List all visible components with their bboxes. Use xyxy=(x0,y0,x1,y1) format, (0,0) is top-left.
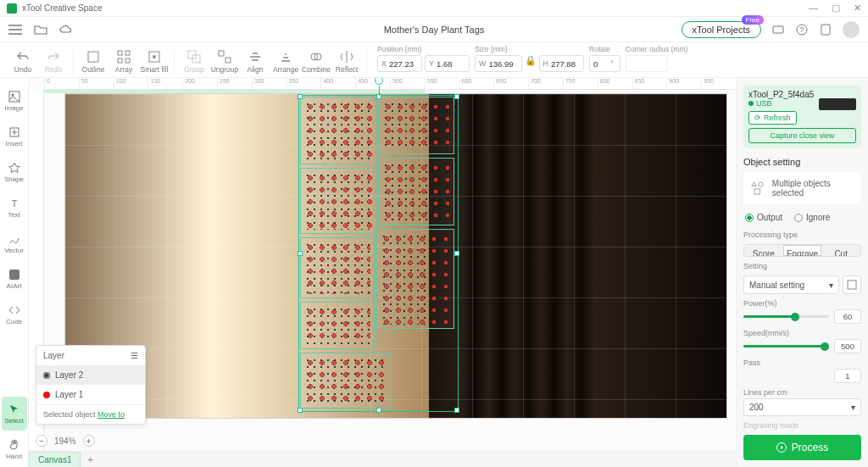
device-icon[interactable] xyxy=(771,25,785,35)
rail-text[interactable]: TText xyxy=(2,191,27,225)
svg-rect-5 xyxy=(118,51,122,55)
arrange-button[interactable]: Arrange xyxy=(271,50,300,74)
processing-type-tabs: Score Engrave Cut xyxy=(743,244,861,257)
notes-icon[interactable] xyxy=(819,25,832,35)
rail-code[interactable]: Code xyxy=(2,297,27,331)
add-canvas-button[interactable]: + xyxy=(81,452,99,467)
output-radio[interactable]: Output xyxy=(745,213,782,222)
folder-icon[interactable] xyxy=(34,25,47,35)
rail-vector[interactable]: Vector xyxy=(2,226,27,260)
lines-select[interactable]: 200▾ xyxy=(743,398,861,416)
rail-insert[interactable]: Insert xyxy=(2,120,27,153)
selection-group[interactable] xyxy=(300,97,457,410)
svg-point-18 xyxy=(11,93,14,96)
speed-param: Speed(mm/s) 500 xyxy=(743,329,861,353)
group-button[interactable]: Group xyxy=(180,50,209,74)
position-x-input[interactable]: X227.23 xyxy=(377,55,422,72)
power-value[interactable]: 60 xyxy=(834,309,861,324)
setting-preset-button[interactable] xyxy=(843,275,861,294)
svg-rect-4 xyxy=(88,52,98,62)
canvas-tab-1[interactable]: Canvas1 xyxy=(29,452,81,467)
smartfill-button[interactable]: Smart fill xyxy=(140,50,169,74)
xtool-projects-label: xTool Projects xyxy=(693,25,750,35)
svg-text:T: T xyxy=(11,198,17,208)
zoom-value: 194% xyxy=(54,436,76,446)
menu-icon[interactable] xyxy=(8,25,22,35)
minimize-button[interactable]: — xyxy=(809,3,818,14)
speed-slider[interactable] xyxy=(743,345,829,347)
svg-rect-6 xyxy=(125,51,130,55)
device-thumbnail xyxy=(819,98,856,110)
svg-point-22 xyxy=(759,182,763,186)
svg-rect-8 xyxy=(125,58,130,63)
capture-button[interactable]: Capture close view xyxy=(748,128,856,143)
rotate-input[interactable]: 0° xyxy=(589,55,620,72)
help-icon[interactable]: ? xyxy=(795,25,809,35)
ignore-radio[interactable]: Ignore xyxy=(794,213,830,222)
power-slider[interactable] xyxy=(743,315,829,318)
tab-score[interactable]: Score xyxy=(744,245,783,256)
pass-param: Pass 1 xyxy=(743,359,861,383)
tab-cut[interactable]: Cut xyxy=(821,245,860,256)
chevron-down-icon: ▾ xyxy=(829,281,833,290)
lock-icon[interactable]: 🔒 xyxy=(525,55,537,72)
titlebar: xTool Creative Space — ▢ ✕ xyxy=(0,0,868,17)
reflect-button[interactable]: Reflect xyxy=(332,50,361,74)
redo-button[interactable]: Redo xyxy=(39,50,68,74)
position-group: Position (mm) X227.23 Y1.68 xyxy=(377,45,470,72)
setting-select[interactable]: Manual setting▾ xyxy=(743,275,839,294)
svg-text:?: ? xyxy=(799,25,804,34)
width-input[interactable]: W136.99 xyxy=(475,55,522,72)
power-param: Power(%) 60 xyxy=(743,299,861,324)
layer-panel: Layer☰ Layer 2 Layer 1 Selected object M… xyxy=(36,345,146,425)
combine-button[interactable]: Combine xyxy=(302,50,331,74)
rail-hand[interactable]: Hand xyxy=(2,432,27,466)
undo-button[interactable]: Undo xyxy=(8,50,37,74)
process-button[interactable]: Process xyxy=(743,435,861,460)
right-panel: xTool_P2_5f4da5 USB ⟳ Refresh Capture cl… xyxy=(736,78,868,467)
align-button[interactable]: Align xyxy=(241,50,270,74)
pass-value[interactable]: 1 xyxy=(834,369,861,383)
cloud-icon[interactable] xyxy=(59,25,73,35)
rail-aiart[interactable]: AIArt xyxy=(2,262,27,296)
svg-rect-14 xyxy=(225,58,231,63)
avatar[interactable] xyxy=(843,21,860,38)
zoom-out-button[interactable]: − xyxy=(36,435,47,447)
rail-select[interactable]: Select xyxy=(2,397,27,431)
svg-rect-24 xyxy=(848,281,856,289)
move-to-link[interactable]: Move to xyxy=(97,410,125,419)
position-y-input[interactable]: Y1.68 xyxy=(425,55,470,72)
array-button[interactable]: Array xyxy=(109,50,138,74)
close-button[interactable]: ✕ xyxy=(854,3,861,14)
rail-shape[interactable]: Shape xyxy=(2,155,27,189)
layer-row-1[interactable]: Layer 1 xyxy=(36,385,145,404)
rail-image[interactable]: Image xyxy=(2,84,27,118)
svg-rect-7 xyxy=(118,58,122,63)
canvas-area[interactable]: 0501001502002503003504004505005506006507… xyxy=(29,78,736,467)
engraving-mode-label: Engraving mode xyxy=(743,421,861,430)
rotate-handle[interactable] xyxy=(375,78,383,85)
setting-label: Setting xyxy=(743,262,861,270)
layer-settings-icon[interactable]: ☰ xyxy=(131,351,138,360)
chevron-down-icon: ▾ xyxy=(851,403,855,412)
tab-engrave[interactable]: Engrave xyxy=(783,245,822,256)
app-title: xTool Creative Space xyxy=(22,3,103,13)
layer-row-2[interactable]: Layer 2 xyxy=(36,365,145,385)
maximize-button[interactable]: ▢ xyxy=(832,3,840,14)
ungroup-button[interactable]: Ungroup xyxy=(210,50,239,74)
zoom-in-button[interactable]: + xyxy=(83,435,95,447)
play-icon xyxy=(776,442,787,453)
height-input[interactable]: H277.88 xyxy=(539,55,585,72)
refresh-button[interactable]: ⟳ Refresh xyxy=(748,111,797,125)
outline-button[interactable]: Outline xyxy=(79,50,108,74)
topbar: Mother's Day Plant Tags xTool Projects F… xyxy=(0,17,868,42)
ruler-horizontal: 0501001502002503003504004505005506006507… xyxy=(44,78,736,90)
svg-rect-0 xyxy=(773,26,783,33)
lines-param: Lines per cm 200▾ xyxy=(743,388,861,416)
speed-value[interactable]: 500 xyxy=(834,339,861,353)
toolbar: Undo Redo Outline Array Smart fill Group… xyxy=(0,42,868,78)
xtool-projects-button[interactable]: xTool Projects Free xyxy=(682,21,761,38)
rotate-group: Rotate 0° xyxy=(589,45,620,72)
layer-panel-title: Layer xyxy=(43,351,64,360)
corner-radius-input[interactable] xyxy=(626,55,668,72)
